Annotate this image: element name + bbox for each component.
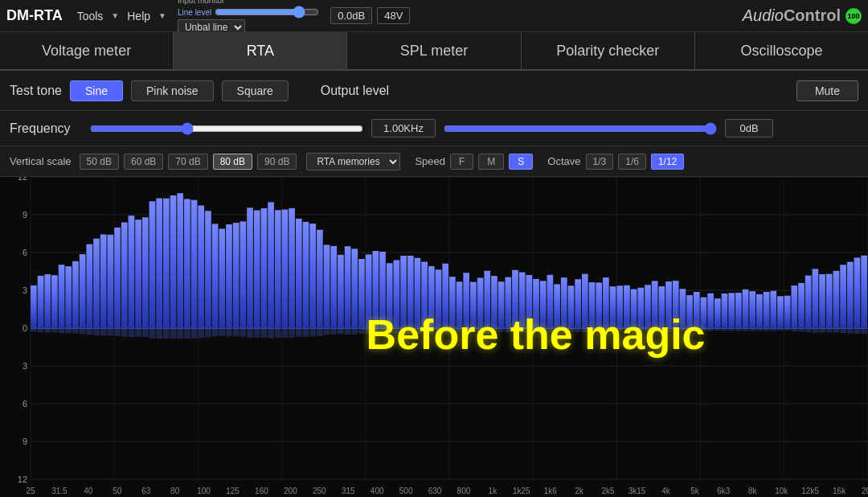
octave-label: Octave [547,155,580,167]
phantom-power-button[interactable]: 48V [377,7,410,24]
frequency-db-value: 0dB [725,119,773,138]
scale-80db-button[interactable]: 80 dB [213,154,252,170]
octave-third-button[interactable]: 1/3 [586,154,614,170]
tools-arrow: ▼ [111,11,119,20]
tab-polarity-checker[interactable]: Polarity checker [522,32,695,69]
rta-memories-select[interactable]: RTA memories [306,153,400,170]
octave-sixth-button[interactable]: 1/6 [618,154,646,170]
db-display: 0.0dB [330,7,372,24]
output-level-slider[interactable] [444,122,717,135]
level-indicator: 100 [845,8,862,24]
test-tone-label: Test tone [10,84,62,98]
tab-oscilloscope[interactable]: Oscilloscope [695,32,868,69]
tab-rta[interactable]: RTA [174,32,347,69]
chart-area: Before the magic [0,177,868,497]
sine-button[interactable]: Sine [70,80,123,101]
scale-70db-button[interactable]: 70 dB [168,154,207,170]
square-button[interactable]: Square [222,80,289,101]
frequency-slider[interactable] [90,122,363,135]
frequency-value: 1.00KHz [371,119,436,138]
speed-fast-button[interactable]: F [450,154,473,170]
octave-twelfth-button[interactable]: 1/12 [651,154,684,170]
tools-menu[interactable]: Tools [74,8,107,24]
main-layout: Voltage meter RTA SPL meter Polarity che… [0,32,868,497]
navtabs: Voltage meter RTA SPL meter Polarity che… [0,32,868,71]
tab-spl-meter[interactable]: SPL meter [347,32,521,69]
scale-50db-button[interactable]: 50 dB [80,154,119,170]
help-menu[interactable]: Help [124,8,154,24]
frequency-label: Frequency [10,121,82,136]
frequency-row: Frequency 1.00KHz 0dB [0,111,868,146]
vertical-scale-label: Vertical scale [10,155,72,167]
mute-button[interactable]: Mute [796,80,858,101]
rta-canvas [0,177,868,497]
brand-name: AudioControl [743,6,841,25]
brand-logo: AudioControl 100 [743,6,862,25]
input-level-slider[interactable] [215,6,319,18]
app-title: DM-RTA [6,7,63,24]
help-arrow: ▼ [158,11,166,20]
scale-90db-button[interactable]: 90 dB [257,154,297,170]
input-monitor-label: Input monitor [178,0,224,5]
slider-row: Line level [178,6,319,18]
controls-bar: Test tone Sine Pink noise Square Output … [0,71,868,111]
topbar: DM-RTA Tools ▼ Help ▼ Input monitor Line… [0,0,868,32]
output-level-label: Output level [321,84,389,98]
line-level-label: Line level [178,8,211,17]
scale-60db-button[interactable]: 60 dB [124,154,163,170]
scale-bar: Vertical scale 50 dB 60 dB 70 dB 80 dB 9… [0,146,868,177]
speed-slow-button[interactable]: S [509,154,533,170]
speed-medium-button[interactable]: M [478,154,504,170]
pink-noise-button[interactable]: Pink noise [131,80,214,101]
input-monitor-group: Input monitor Line level Unbal line Bal … [178,0,319,35]
tab-voltage-meter[interactable]: Voltage meter [0,32,174,69]
speed-label: Speed [415,155,445,167]
